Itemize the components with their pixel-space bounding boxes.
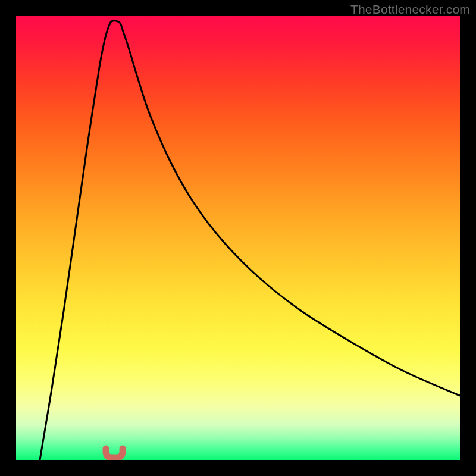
chart-frame — [16, 16, 460, 460]
watermark-label: TheBottlenecker.com — [350, 2, 470, 17]
bottleneck-curve — [40, 21, 460, 461]
chart-svg — [16, 16, 460, 460]
min-marker — [106, 449, 123, 458]
